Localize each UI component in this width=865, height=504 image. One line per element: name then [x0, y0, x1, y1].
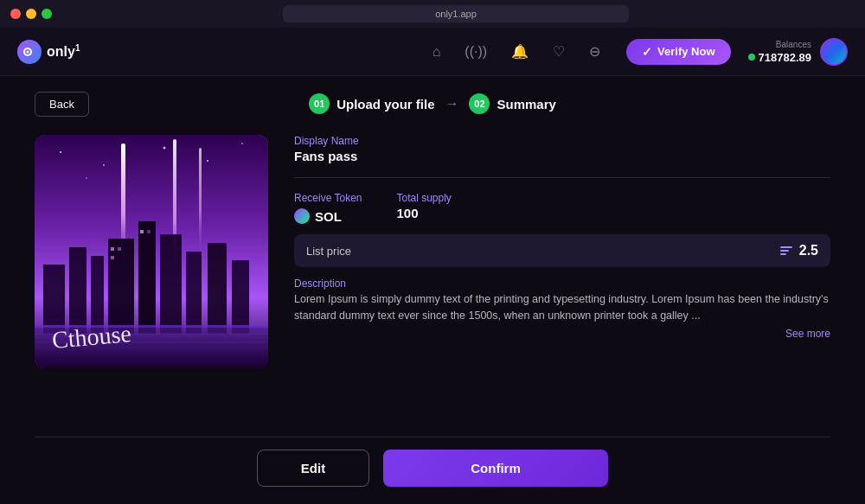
receive-token-field: Receive Token SOL — [294, 192, 362, 224]
step1-label: Upload your file — [336, 97, 434, 112]
confirm-button[interactable]: Confirm — [383, 450, 608, 487]
main-content: Back 01 Upload your file → 02 Summary — [0, 76, 865, 504]
display-name-field: Display Name Fans pass — [294, 135, 830, 163]
svg-rect-22 — [118, 247, 121, 251]
svg-rect-17 — [160, 234, 182, 334]
maximize-dot[interactable] — [42, 9, 52, 19]
divider-1 — [294, 177, 830, 178]
verify-button[interactable]: ✓ Verify Now — [626, 39, 730, 65]
navbar: only1 ⌂ ((·)) 🔔 ♡ ⊖ ✓ Verify Now Balance… — [0, 28, 865, 76]
bell-icon[interactable]: 🔔 — [511, 43, 529, 60]
svg-point-6 — [207, 160, 208, 162]
tag-icon[interactable]: ⊖ — [589, 43, 600, 60]
logo-text: only1 — [47, 43, 80, 60]
url-bar[interactable]: only1.app — [283, 5, 629, 22]
receive-token-label: Receive Token — [294, 192, 362, 204]
list-price-value: 2.5 — [780, 243, 818, 258]
see-more-link[interactable]: See more — [294, 328, 830, 340]
svg-point-7 — [241, 143, 243, 144]
display-name-label: Display Name — [294, 135, 830, 147]
svg-rect-21 — [111, 247, 114, 251]
display-name-value: Fans pass — [294, 149, 830, 163]
titlebar: only1.app — [0, 0, 865, 28]
svg-rect-24 — [140, 230, 144, 233]
verify-icon: ✓ — [642, 45, 652, 59]
balance-label: Balances — [776, 40, 811, 49]
row-fields: Receive Token SOL Total supply 100 — [294, 192, 830, 224]
total-supply-field: Total supply 100 — [397, 192, 452, 224]
svg-rect-19 — [208, 243, 227, 334]
svg-rect-15 — [108, 239, 134, 334]
description-text: Lorem Ipsum is simply dummy text of the … — [294, 291, 830, 324]
details-panel: Display Name Fans pass Receive Token SOL… — [294, 135, 830, 426]
price-line-2 — [780, 250, 789, 252]
logo-icon — [17, 40, 42, 64]
avatar[interactable] — [820, 38, 848, 66]
description-label: Description — [294, 278, 830, 290]
svg-rect-18 — [186, 252, 202, 334]
nav-icons: ⌂ ((·)) 🔔 ♡ ⊖ — [432, 43, 600, 60]
step2: 02 Summary — [469, 93, 555, 114]
description-field: Description Lorem Ipsum is simply dummy … — [294, 278, 830, 340]
footer-buttons: Edit Confirm — [35, 450, 830, 487]
svg-point-8 — [86, 177, 87, 179]
nft-image-inner: Cthouse — [35, 135, 268, 368]
total-supply-value: 100 — [397, 206, 452, 220]
svg-rect-13 — [69, 247, 86, 334]
svg-point-4 — [103, 164, 105, 166]
balance-section: Balances 718782.89 — [748, 40, 811, 64]
svg-rect-12 — [43, 265, 65, 334]
step2-badge: 02 — [469, 93, 490, 114]
footer-divider — [35, 437, 830, 437]
edit-button[interactable]: Edit — [257, 450, 369, 487]
step-arrow: → — [445, 96, 458, 112]
price-icon — [780, 246, 792, 255]
svg-rect-23 — [111, 256, 114, 259]
nft-image: Cthouse — [35, 135, 268, 368]
price-line-3 — [780, 253, 786, 255]
broadcast-icon[interactable]: ((·)) — [465, 44, 487, 60]
svg-point-3 — [60, 151, 61, 153]
svg-rect-11 — [199, 148, 202, 252]
step1: 01 Upload your file — [309, 93, 434, 114]
svg-point-5 — [163, 147, 166, 150]
balance-dot — [748, 54, 755, 61]
list-price-label: List price — [306, 245, 351, 258]
content-area: Cthouse Display Name Fans pass Receive T… — [35, 135, 830, 426]
close-dot[interactable] — [10, 9, 21, 19]
heart-icon[interactable]: ♡ — [553, 43, 565, 60]
step1-badge: 01 — [309, 93, 330, 114]
minimize-dot[interactable] — [26, 9, 36, 19]
balance-value: 718782.89 — [748, 51, 811, 64]
sol-icon — [294, 208, 310, 224]
home-icon[interactable]: ⌂ — [432, 44, 441, 60]
svg-rect-25 — [147, 230, 151, 233]
step2-label: Summary — [497, 97, 555, 112]
total-supply-label: Total supply — [397, 192, 452, 204]
steps-header: Back 01 Upload your file → 02 Summary — [35, 93, 830, 114]
svg-point-1 — [27, 50, 29, 53]
list-price-row: List price 2.5 — [294, 234, 830, 267]
logo[interactable]: only1 — [17, 40, 80, 64]
svg-rect-20 — [232, 260, 249, 334]
price-line-1 — [780, 246, 792, 248]
svg-rect-16 — [138, 221, 156, 334]
back-button[interactable]: Back — [35, 92, 89, 117]
token-value: SOL — [315, 209, 342, 224]
token-display: SOL — [294, 207, 362, 224]
